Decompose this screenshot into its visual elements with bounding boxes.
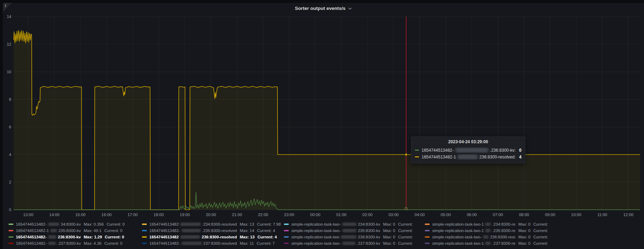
legend-max: Max: 0	[518, 241, 531, 245]
legend-series-name[interactable]: 1654744513482-.237:8300-kv	[16, 241, 81, 245]
legend-color-marker	[425, 236, 430, 238]
x-tick-label: 22:00	[258, 213, 268, 217]
legend-series-name[interactable]: 1654744513482.234:8300-resolved	[149, 222, 237, 226]
x-tick-label: 03:00	[388, 213, 399, 217]
legend-item[interactable]: simple-replication-task-two-1.234:8300-r…	[425, 221, 548, 227]
legend-color-marker	[8, 243, 13, 244]
series-color-marker	[415, 150, 419, 151]
legend-max: Max: 0.356	[84, 222, 104, 226]
legend-current: Current:	[398, 228, 413, 233]
legend-series-name[interactable]: 1654744513482-1235:8300-kv	[16, 228, 81, 233]
x-tick-label: 21:00	[232, 213, 242, 217]
x-tick-label: 14:00	[49, 213, 60, 217]
legend-series-name[interactable]: simple-replication-task-two-1.234:8300-r…	[432, 222, 515, 226]
redacted-blur	[181, 242, 202, 245]
x-tick-label: 04:00	[415, 213, 425, 217]
x-tick-label: 12:00	[623, 213, 633, 217]
y-tick-label: 12	[1, 42, 11, 46]
x-tick-label: 08:00	[519, 213, 529, 217]
legend-current: Current: 7	[257, 241, 275, 245]
legend-series-name[interactable]: 1654744513482-34:8300-kv	[16, 222, 81, 226]
redacted-blur	[342, 242, 356, 245]
legend-series-name[interactable]: simple-replication-task-two236:8300-kv	[291, 235, 380, 239]
legend-series-name[interactable]: simple-replication-task-two-1.237:8300-r…	[432, 241, 515, 245]
legend-max: Max: 0	[518, 235, 531, 239]
legend-item[interactable]: 1654744513482.234:8300-resolvedMax: 13Cu…	[142, 221, 281, 227]
legend-current: Current: 0	[105, 235, 124, 239]
legend-item[interactable]: simple-replication-task-two-.237:8300-kv…	[284, 240, 413, 246]
legend-current: Current: 4	[257, 228, 275, 233]
legend-item[interactable]: simple-replication-task-two-236:8300-res…	[425, 234, 548, 240]
legend-max: Max: 0	[383, 235, 395, 239]
legend-item[interactable]: simple-replication-task-two-235:8300-kvM…	[284, 227, 413, 233]
legend-series-name[interactable]: simple-replication-task-two-1.235:8300-r…	[432, 228, 515, 233]
legend-item[interactable]: 1654744513482-.237:8300-kvMax: 4.36Curre…	[8, 240, 123, 246]
legend-current: Current:	[533, 235, 548, 239]
legend-item[interactable]: 1654744513482-34:8300-kvMax: 0.356Curren…	[8, 221, 125, 227]
legend-series-name[interactable]: simple-replication-task-two-234:8300-kv	[291, 222, 380, 226]
legend-current: Current:	[398, 235, 413, 239]
legend-series-name[interactable]: 1654744513482-.235:8300-resolved	[149, 228, 237, 233]
legend-item[interactable]: simple-replication-task-two-234:8300-kvM…	[284, 221, 413, 227]
legend-color-marker	[142, 236, 147, 238]
x-tick-label: 02:00	[362, 213, 372, 217]
legend-series-name[interactable]: 1654744513482236:8300-resolved	[149, 235, 237, 239]
redacted-blur	[341, 235, 357, 239]
legend-series-name[interactable]: simple-replication-task-two-236:8300-res…	[432, 235, 515, 239]
legend-item[interactable]: 1654744513482-1235:8300-kvMax: 49.1Curre…	[8, 227, 123, 233]
y-tick-label: 4	[1, 152, 11, 157]
chart-canvas[interactable]	[0, 0, 644, 249]
x-tick-label: 18:00	[154, 213, 164, 217]
legend-color-marker	[284, 243, 289, 244]
panel-info-corner[interactable]	[3, 3, 12, 12]
legend-series-name[interactable]: 1654744513482-237:8300-resolved	[149, 241, 237, 245]
panel-header[interactable]: Sorter output events/s	[3, 3, 644, 13]
legend-item[interactable]: simple-replication-task-two-1.235:8300-r…	[425, 227, 548, 233]
legend-item[interactable]: 1654744513482-237:8300-resolvedMax: 11Cu…	[142, 240, 275, 246]
panel-title[interactable]: Sorter output events/s	[295, 6, 345, 11]
series-name: 1654744513482-1236:8300-resolved:	[422, 154, 515, 160]
y-tick-label: 2	[1, 180, 11, 184]
legend-current: Current: 0	[107, 222, 125, 226]
legend-series-name[interactable]: 1654744513482-236:8300-kv	[16, 235, 81, 239]
legend-color-marker	[284, 230, 289, 231]
redacted-blur	[483, 235, 489, 239]
redacted-blur	[485, 229, 491, 232]
y-tick-label: 8	[1, 97, 11, 102]
legend-max: Max: 49.1	[84, 228, 102, 233]
legend-color-marker	[8, 224, 13, 225]
legend-current: Current:	[533, 241, 548, 245]
redacted-blur	[342, 229, 357, 232]
legend-max: Max: 0	[518, 222, 531, 226]
hover-point-resolved	[405, 153, 407, 156]
x-tick-label: 15:00	[75, 213, 85, 217]
legend-item[interactable]: 1654744513482-236:8300-kvMax: 1.29Curren…	[8, 234, 124, 240]
legend-max: Max: 0	[518, 228, 531, 233]
y-tick-label: 10	[1, 70, 11, 74]
tooltip-series-row: 1654744513482-.236:8300-kv:0	[415, 147, 521, 154]
x-tick-label: 17:00	[127, 213, 138, 217]
x-tick-label: 20:00	[206, 213, 216, 217]
legend-item[interactable]: simple-replication-task-two-1.237:8300-r…	[425, 240, 548, 246]
legend-current: Current: 0	[105, 228, 123, 233]
tooltip: 2023-04-24 03:29:00 1654744513482-.236:8…	[411, 137, 525, 163]
legend-current: Current:	[398, 241, 413, 245]
chevron-down-icon[interactable]	[348, 7, 352, 10]
x-tick-label: 10:00	[571, 213, 582, 217]
legend-color-marker	[284, 224, 289, 225]
tooltip-timestamp: 2023-04-24 03:29:00	[415, 139, 521, 144]
series-area	[14, 30, 640, 210]
legend-item[interactable]: 1654744513482-.235:8300-resolvedMax: 14C…	[142, 227, 275, 233]
x-tick-label: 09:00	[545, 213, 555, 217]
legend-item[interactable]: simple-replication-task-two236:8300-kvMa…	[284, 234, 413, 240]
redacted-blur	[48, 222, 59, 226]
x-tick-label: 00:00	[310, 213, 321, 217]
legend-series-name[interactable]: simple-replication-task-two-235:8300-kv	[291, 228, 380, 233]
legend-color-marker	[425, 230, 430, 231]
legend-max: Max: 13	[240, 235, 255, 239]
legend-series-name[interactable]: simple-replication-task-two-.237:8300-kv	[291, 241, 380, 245]
y-tick-label: 14	[1, 15, 11, 19]
legend-item[interactable]: 1654744513482236:8300-resolvedMax: 13Cur…	[142, 234, 277, 240]
y-tick-label: 6	[1, 125, 11, 129]
legend-color-marker	[8, 230, 13, 231]
